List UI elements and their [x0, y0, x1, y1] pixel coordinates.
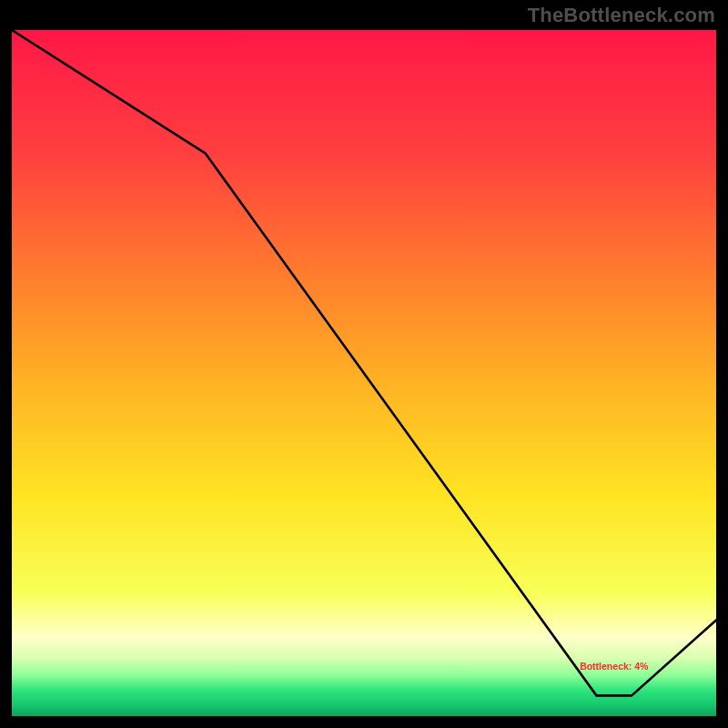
chart-svg: Bottleneck: 4%: [12, 30, 716, 716]
chart-frame: Bottleneck: 4%: [12, 30, 716, 716]
chart-annotation: Bottleneck: 4%: [580, 661, 649, 672]
watermark-text: TheBottleneck.com: [528, 4, 715, 27]
chart-plot-area: Bottleneck: 4%: [12, 30, 716, 716]
